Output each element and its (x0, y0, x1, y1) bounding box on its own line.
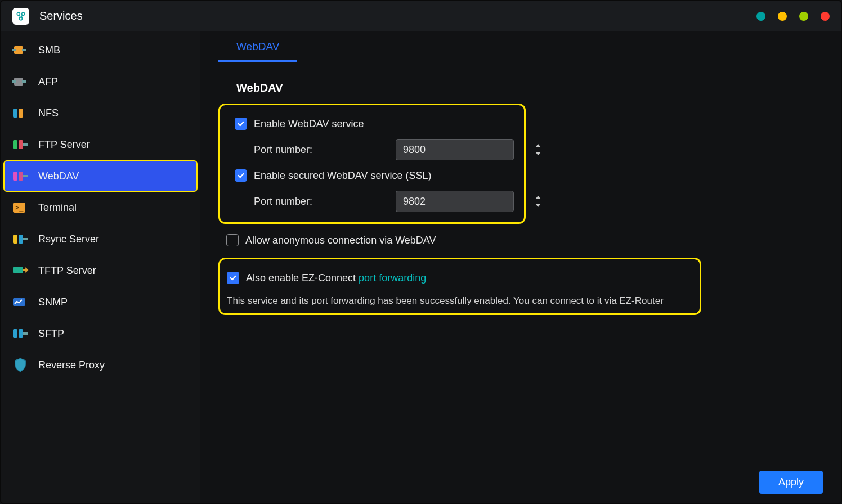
port-webdav-input[interactable] (396, 140, 535, 160)
sidebar-item-reverse-proxy[interactable]: Reverse Proxy (3, 349, 198, 381)
row-port-ssl: Port number: (235, 188, 509, 214)
titlebar: Services (1, 1, 841, 32)
minimize-dot[interactable] (756, 12, 765, 21)
port-webdav-spinner (396, 139, 514, 160)
checkbox-allow-anon[interactable] (226, 234, 239, 246)
footer: Apply (218, 460, 823, 494)
tab-bar: WebDAV (218, 32, 823, 62)
svg-rect-13 (19, 140, 23, 149)
maximize-dot[interactable] (778, 12, 787, 21)
sidebar-item-label: WebDAV (38, 170, 79, 182)
app-title: Services (39, 10, 83, 22)
sidebar-item-rsync[interactable]: Rsync Server (3, 223, 198, 255)
svg-rect-5 (22, 49, 26, 51)
close-dot[interactable] (821, 12, 830, 21)
stepper-up-icon[interactable] (535, 196, 541, 199)
svg-rect-23 (13, 267, 23, 273)
svg-rect-4 (12, 49, 16, 51)
sidebar-item-label: AFP (38, 76, 58, 88)
sidebar-item-terminal[interactable]: >_ Terminal (3, 192, 198, 223)
label-port-webdav: Port number: (254, 144, 312, 156)
highlight-box-ezconnect: Also enable EZ-Connect port forwarding T… (218, 258, 701, 315)
sidebar-item-label: Reverse Proxy (38, 359, 105, 371)
svg-rect-22 (23, 238, 28, 240)
sidebar-item-label: SFTP (38, 328, 64, 340)
svg-rect-10 (19, 109, 23, 118)
terminal-icon: >_ (11, 200, 29, 215)
sidebar-item-label: SNMP (38, 296, 68, 308)
label-enable-webdav: Enable WebDAV service (254, 118, 364, 130)
ftp-icon (11, 137, 29, 152)
row-enable-webdav: Enable WebDAV service (235, 111, 509, 137)
label-allow-anon: Allow anonymous connection via WebDAV (245, 235, 436, 246)
smb-icon (11, 42, 29, 58)
content: WebDAV Enable WebDAV service Port number… (218, 62, 823, 460)
svg-rect-15 (13, 172, 17, 181)
port-ssl-spinner (396, 191, 514, 212)
sidebar-item-ftp[interactable]: FTP Server (3, 129, 198, 160)
webdav-icon (11, 168, 29, 184)
sidebar-item-nfs[interactable]: NFS (3, 97, 198, 129)
sidebar-item-label: Terminal (38, 202, 77, 214)
svg-rect-14 (23, 143, 28, 146)
afp-icon (11, 74, 29, 89)
svg-rect-7 (12, 80, 16, 83)
port-ssl-input[interactable] (396, 191, 535, 212)
sftp-icon (11, 326, 29, 341)
sidebar-item-afp[interactable]: AFP (3, 66, 198, 97)
webdav-group: WebDAV Enable WebDAV service Port number… (218, 82, 823, 315)
tftp-icon (11, 263, 29, 278)
svg-rect-27 (23, 332, 28, 335)
tab-webdav[interactable]: WebDAV (218, 32, 297, 62)
snmp-icon (11, 294, 29, 310)
svg-text:>_: >_ (15, 204, 24, 212)
svg-rect-25 (13, 329, 17, 338)
row-allow-anon: Allow anonymous connection via WebDAV (226, 227, 823, 253)
svg-rect-17 (23, 175, 28, 177)
ez-connect-note: This service and its port forwarding has… (227, 295, 693, 307)
row-enable-ssl: Enable secured WebDAV service (SSL) (235, 163, 509, 188)
checkbox-enable-ssl[interactable] (235, 169, 247, 182)
label-ez-connect: Also enable EZ-Connect port forwarding (246, 272, 426, 284)
stepper-down-icon[interactable] (535, 152, 541, 155)
svg-rect-21 (19, 235, 23, 244)
sidebar-item-label: Rsync Server (38, 233, 99, 245)
link-port-forwarding[interactable]: port forwarding (359, 272, 426, 284)
restore-dot[interactable] (799, 12, 808, 21)
sidebar-item-snmp[interactable]: SNMP (3, 286, 198, 318)
sidebar: SMB AFP NFS FTP Server (1, 32, 200, 503)
sidebar-item-sftp[interactable]: SFTP (3, 318, 198, 349)
stepper-up-icon[interactable] (535, 144, 541, 147)
sidebar-item-label: TFTP Server (38, 265, 96, 277)
sidebar-item-label: FTP Server (38, 139, 90, 151)
svg-rect-20 (13, 235, 17, 244)
nfs-icon (11, 105, 29, 121)
window-root: Services SMB AFP (0, 0, 842, 504)
highlight-box-services: Enable WebDAV service Port number: (218, 104, 526, 224)
row-ez-connect: Also enable EZ-Connect port forwarding (227, 265, 693, 291)
main-panel: WebDAV WebDAV Enable WebDAV service Port (200, 32, 841, 503)
port-webdav-stepper (535, 140, 541, 160)
svg-point-2 (20, 17, 23, 20)
rsync-icon (11, 231, 29, 247)
row-port-webdav: Port number: (235, 137, 509, 163)
app-icon (12, 8, 29, 25)
apply-button[interactable]: Apply (759, 471, 823, 494)
svg-rect-12 (13, 140, 17, 149)
checkbox-enable-webdav[interactable] (235, 118, 247, 130)
sidebar-item-webdav[interactable]: WebDAV (3, 160, 198, 192)
checkbox-ez-connect[interactable] (227, 272, 239, 284)
sidebar-item-smb[interactable]: SMB (3, 34, 198, 66)
label-port-ssl: Port number: (254, 196, 312, 208)
svg-rect-9 (13, 109, 17, 118)
svg-rect-16 (19, 172, 23, 181)
stepper-down-icon[interactable] (535, 204, 541, 207)
window-controls (756, 12, 830, 21)
body: SMB AFP NFS FTP Server (1, 32, 841, 503)
port-ssl-stepper (535, 191, 541, 212)
group-title: WebDAV (236, 82, 283, 94)
label-enable-ssl: Enable secured WebDAV service (SSL) (254, 170, 431, 182)
svg-rect-26 (19, 329, 23, 338)
shield-icon (11, 357, 29, 373)
sidebar-item-tftp[interactable]: TFTP Server (3, 255, 198, 286)
